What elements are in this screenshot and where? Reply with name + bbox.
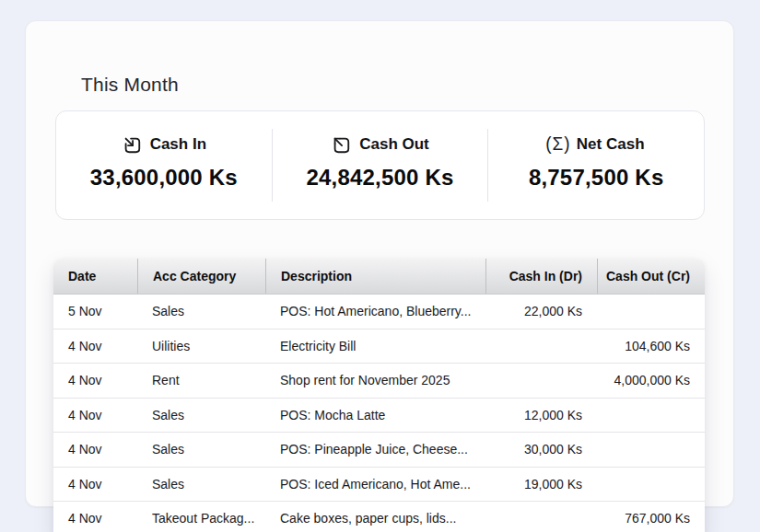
table-row[interactable]: 4 NovSalesPOS: Pineapple Juice, Cheese..…: [53, 433, 705, 468]
cell-category: Sales: [137, 468, 265, 502]
cell-cash-out: [597, 468, 705, 502]
net-cash-sigma-icon: (Σ): [548, 134, 568, 155]
cash-out-label-row: Cash Out: [331, 133, 429, 156]
cell-cash-in: 12,000 Ks: [485, 399, 597, 433]
cell-cash-in: 30,000 Ks: [485, 433, 597, 467]
cell-cash-out: [597, 295, 705, 329]
cell-description: POS: Iced Americano, Hot Ame...: [265, 468, 485, 502]
cell-category: Uilities: [137, 330, 265, 364]
cell-cash-out: 4,000,000 Ks: [597, 364, 705, 398]
page: This Month Cash In 33,600,000 Ks: [0, 0, 760, 532]
table-row[interactable]: 4 NovTakeout Packag...Cake boxes, paper …: [53, 502, 705, 532]
cell-date: 4 Nov: [53, 502, 137, 532]
column-header-date: Date: [53, 259, 137, 294]
cell-category: Sales: [137, 399, 265, 433]
table-row[interactable]: 4 NovUilitiesElectricity Bill104,600 Ks: [53, 330, 705, 364]
cell-date: 4 Nov: [53, 330, 137, 364]
net-cash-value: 8,757,500 Ks: [529, 165, 664, 191]
cell-cash-in: 22,000 Ks: [485, 295, 597, 329]
cell-date: 4 Nov: [53, 399, 137, 433]
column-header-description: Description: [265, 259, 485, 294]
table-row[interactable]: 4 NovSalesPOS: Mocha Latte12,000 Ks: [53, 399, 705, 434]
net-cash-label: Net Cash: [577, 135, 645, 154]
cell-date: 4 Nov: [53, 468, 137, 502]
page-title: This Month: [81, 74, 179, 96]
cell-cash-out: 104,600 Ks: [597, 330, 705, 364]
column-header-cash-out: Cash Out (Cr): [597, 259, 705, 294]
table-row[interactable]: 4 NovSalesPOS: Iced Americano, Hot Ame..…: [53, 468, 705, 503]
cell-category: Sales: [137, 295, 265, 329]
cell-cash-in: [485, 502, 597, 532]
cell-date: 4 Nov: [53, 433, 137, 467]
cell-cash-out: 767,000 Ks: [597, 502, 705, 532]
cell-description: Electricity Bill: [265, 330, 485, 364]
cell-description: Cake boxes, paper cups, lids...: [265, 502, 485, 532]
cell-cash-out: [597, 399, 705, 433]
table-row[interactable]: 5 NovSalesPOS: Hot Americano, Blueberry.…: [53, 295, 705, 330]
net-cash-label-row: (Σ) Net Cash: [548, 133, 645, 156]
cash-in-label: Cash In: [150, 135, 206, 154]
summary-item-cash-in: Cash In 33,600,000 Ks: [56, 111, 272, 219]
cell-description: Shop rent for November 2025: [265, 364, 485, 398]
column-header-category: Acc Category: [137, 259, 265, 294]
cell-category: Rent: [137, 364, 265, 398]
cash-out-value: 24,842,500 Ks: [306, 165, 453, 191]
cash-out-label: Cash Out: [359, 135, 429, 154]
table-body: 5 NovSalesPOS: Hot Americano, Blueberry.…: [53, 295, 705, 532]
cash-in-label-row: Cash In: [122, 133, 206, 156]
cell-cash-in: [485, 364, 597, 398]
cell-date: 5 Nov: [53, 295, 137, 329]
cell-category: Sales: [137, 433, 265, 467]
table-header: Date Acc Category Description Cash In (D…: [53, 259, 705, 295]
summary-box: Cash In 33,600,000 Ks Cash Out 24,842,50…: [55, 110, 705, 220]
cell-cash-out: [597, 433, 705, 467]
transactions-table: Date Acc Category Description Cash In (D…: [53, 259, 705, 532]
cash-in-value: 33,600,000 Ks: [90, 165, 238, 191]
cash-out-icon: [331, 134, 351, 155]
summary-item-cash-out: Cash Out 24,842,500 Ks: [273, 111, 488, 219]
column-header-cash-in: Cash In (Dr): [485, 259, 597, 294]
cell-description: POS: Mocha Latte: [265, 399, 485, 433]
cell-date: 4 Nov: [53, 364, 137, 398]
table-row[interactable]: 4 NovRentShop rent for November 20254,00…: [53, 364, 705, 399]
cell-description: POS: Hot Americano, Blueberry...: [265, 295, 485, 329]
cell-description: POS: Pineapple Juice, Cheese...: [265, 433, 485, 467]
cash-in-icon: [122, 134, 142, 155]
cell-category: Takeout Packag...: [137, 502, 265, 532]
summary-item-net-cash: (Σ) Net Cash 8,757,500 Ks: [488, 111, 704, 219]
cell-cash-in: [485, 330, 597, 364]
cell-cash-in: 19,000 Ks: [485, 468, 597, 502]
